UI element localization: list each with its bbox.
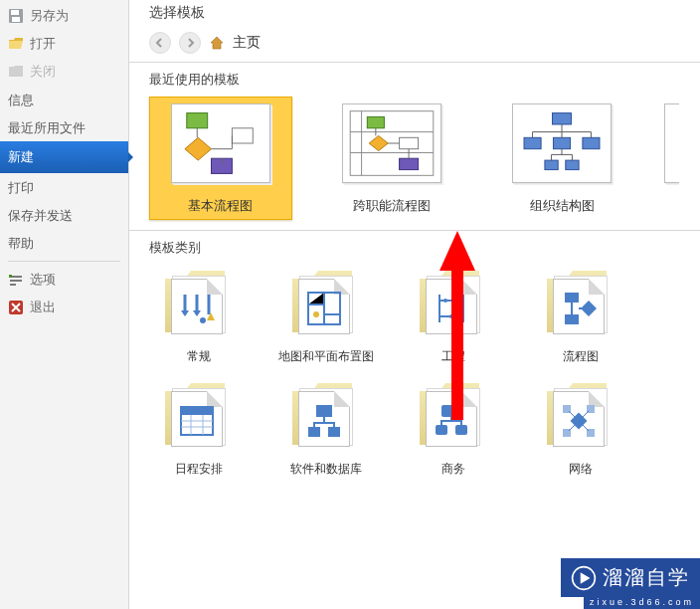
sidebar-new[interactable]: 新建	[0, 141, 128, 173]
svg-rect-16	[367, 116, 384, 127]
sidebar-save-as[interactable]: 另存为	[0, 2, 128, 30]
template-breadcrumb-nav: 主页	[129, 26, 700, 62]
svg-rect-5	[10, 284, 16, 286]
sidebar-recent-files[interactable]: 最近所用文件	[0, 113, 128, 141]
nav-forward-button[interactable]	[179, 32, 201, 54]
template-label: 跨职能流程图	[353, 197, 431, 215]
svg-rect-39	[181, 407, 213, 415]
save-as-icon	[8, 8, 24, 24]
template-label: 组织结构图	[530, 197, 595, 215]
sidebar-item-label: 选项	[30, 271, 56, 289]
sidebar-help[interactable]: 帮助	[0, 229, 128, 257]
svg-rect-8	[187, 113, 208, 128]
svg-rect-1	[11, 10, 19, 15]
sidebar-save-send[interactable]: 保存并发送	[0, 201, 128, 229]
category-label: 网络	[569, 461, 593, 478]
svg-rect-45	[455, 425, 467, 435]
svg-rect-2	[12, 17, 20, 22]
svg-point-31	[313, 311, 319, 317]
category-flowchart[interactable]: 流程图	[517, 265, 644, 371]
categories-row-2: 日程安排 软件和数据库 商务	[129, 375, 700, 488]
category-label: 地图和平面布置图	[278, 348, 374, 365]
svg-rect-20	[553, 113, 572, 124]
sidebar-close-doc[interactable]: 关闭	[0, 58, 128, 86]
category-schedule[interactable]: 日程安排	[135, 377, 262, 484]
svg-point-33	[455, 299, 459, 303]
categories-row-1: 常规 地图和平面布置图 工程	[129, 263, 700, 375]
svg-rect-18	[399, 137, 418, 148]
choose-template-heading: 选择模板	[129, 0, 700, 26]
category-label: 常规	[187, 348, 211, 365]
svg-rect-6	[9, 275, 12, 278]
svg-rect-35	[565, 293, 579, 303]
category-software-db[interactable]: 软件和数据库	[262, 377, 390, 484]
svg-marker-36	[581, 301, 597, 316]
breadcrumb-home[interactable]: 主页	[233, 34, 261, 52]
svg-rect-10	[211, 158, 232, 173]
template-thumb	[171, 103, 270, 183]
svg-rect-40	[316, 405, 332, 417]
svg-marker-27	[193, 310, 201, 316]
svg-rect-22	[554, 137, 571, 148]
options-icon	[8, 272, 24, 288]
arrow-left-icon	[155, 38, 165, 48]
sidebar-item-label: 打开	[30, 35, 56, 53]
svg-marker-26	[181, 310, 189, 316]
template-label: 基本流程图	[188, 197, 253, 215]
arrow-right-icon	[185, 38, 195, 48]
sidebar-item-label: 新建	[8, 148, 34, 166]
category-business[interactable]: 商务	[390, 377, 517, 484]
svg-rect-43	[441, 405, 461, 417]
svg-point-32	[443, 299, 447, 303]
svg-rect-25	[566, 160, 579, 170]
watermark-text: 溜溜自学	[603, 564, 690, 591]
svg-rect-44	[436, 425, 447, 435]
nav-back-button[interactable]	[149, 32, 171, 54]
svg-rect-19	[399, 158, 418, 169]
template-thumb	[512, 103, 612, 183]
main-panel: 选择模板 主页 最近使用的模板	[129, 0, 700, 609]
svg-rect-4	[10, 280, 22, 282]
sidebar-item-label: 关闭	[30, 63, 56, 81]
sidebar-exit[interactable]: 退出	[0, 294, 128, 321]
sidebar-item-label: 另存为	[30, 7, 69, 25]
template-thumb	[342, 103, 441, 183]
svg-rect-11	[232, 128, 253, 143]
recent-templates-heading: 最近使用的模板	[129, 63, 700, 95]
template-cross-functional[interactable]: 跨职能流程图	[320, 97, 463, 220]
template-org-chart[interactable]: 组织结构图	[490, 97, 633, 220]
category-label: 工程	[441, 348, 465, 365]
play-logo-icon	[571, 565, 597, 591]
category-engineering[interactable]: 工程	[390, 265, 517, 371]
backstage-sidebar: 另存为 打开 关闭 信息 最近所用文件 新建 打印 保存并发送 帮助 选项	[0, 0, 129, 609]
folder-open-icon	[8, 36, 24, 52]
template-categories-heading: 模板类别	[129, 231, 700, 263]
svg-rect-37	[565, 314, 579, 324]
svg-rect-23	[583, 137, 600, 148]
svg-point-34	[449, 314, 453, 318]
svg-rect-42	[328, 427, 340, 437]
template-basic-flowchart[interactable]: 基本流程图	[149, 97, 292, 220]
svg-rect-24	[545, 160, 558, 170]
folder-close-icon	[8, 64, 24, 80]
category-label: 流程图	[563, 348, 599, 365]
watermark-badge: 溜溜自学	[561, 558, 700, 597]
category-label: 日程安排	[175, 461, 223, 478]
recent-templates-row: 基本流程图 跨职能流程图	[129, 95, 700, 230]
svg-rect-41	[308, 427, 320, 437]
sidebar-print[interactable]: 打印	[0, 173, 128, 201]
category-label: 商务	[441, 461, 465, 478]
home-icon[interactable]	[209, 35, 225, 51]
category-maps-floorplans[interactable]: 地图和平面布置图	[262, 265, 390, 371]
category-label: 软件和数据库	[290, 461, 362, 478]
svg-rect-21	[524, 137, 541, 148]
sidebar-item-label: 退出	[30, 299, 56, 316]
category-network[interactable]: 网络	[517, 377, 644, 484]
category-general[interactable]: 常规	[135, 265, 262, 371]
svg-marker-9	[185, 137, 212, 160]
sidebar-info[interactable]: 信息	[0, 86, 128, 113]
template-partial[interactable]	[661, 97, 680, 220]
svg-marker-53	[581, 572, 591, 583]
sidebar-open[interactable]: 打开	[0, 30, 128, 58]
sidebar-options[interactable]: 选项	[0, 266, 128, 294]
